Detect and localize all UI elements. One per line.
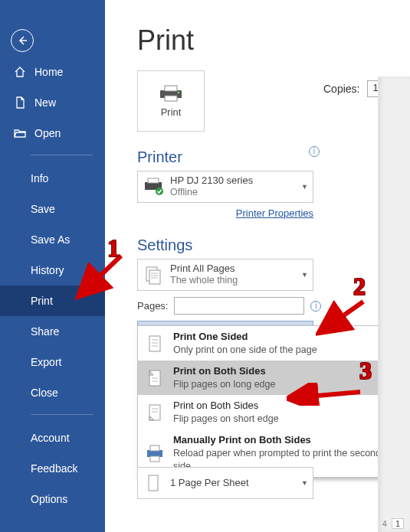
footer-num-a: 4 bbox=[382, 519, 387, 528]
svg-point-3 bbox=[178, 91, 180, 93]
page-flip-short-icon bbox=[144, 402, 166, 423]
page-title: Print bbox=[137, 24, 410, 57]
svg-rect-27 bbox=[150, 446, 159, 451]
print-range-selector[interactable]: Print All Pages The whole thing ▼ bbox=[137, 259, 313, 291]
printer-icon bbox=[158, 85, 184, 102]
page-single-icon bbox=[144, 333, 166, 354]
print-range-sub: The whole thing bbox=[170, 275, 238, 287]
printer-properties-link[interactable]: Printer Properties bbox=[236, 207, 313, 219]
svg-rect-28 bbox=[150, 456, 159, 462]
nav-divider bbox=[31, 414, 93, 415]
print-range-title: Print All Pages bbox=[170, 263, 238, 275]
svg-rect-2 bbox=[165, 96, 177, 101]
arrow-2 bbox=[316, 297, 369, 343]
nav-save-as[interactable]: Save As bbox=[0, 224, 105, 255]
callout-2: 2 bbox=[353, 273, 366, 301]
pages-input[interactable] bbox=[174, 297, 304, 315]
pages-per-sheet-selector[interactable]: 1 Page Per Sheet ▼ bbox=[137, 467, 313, 499]
nav-options[interactable]: Options bbox=[0, 484, 105, 514]
nav-export[interactable]: Export bbox=[0, 347, 105, 377]
copies-label: Copies: bbox=[323, 83, 359, 95]
nav-home[interactable]: Home bbox=[0, 57, 105, 87]
back-arrow-icon bbox=[16, 34, 28, 47]
printer-status-icon bbox=[143, 176, 164, 197]
back-button[interactable] bbox=[11, 29, 34, 52]
home-icon bbox=[14, 66, 26, 78]
main-panel: Print Print Copies: 1 ▲▼ Printer i HP DJ… bbox=[105, 0, 410, 532]
nav-divider bbox=[31, 155, 93, 155]
arrow-3 bbox=[287, 383, 363, 406]
callout-3: 3 bbox=[359, 357, 372, 385]
chevron-down-icon: ▼ bbox=[301, 271, 308, 279]
svg-rect-1 bbox=[165, 86, 177, 91]
svg-point-6 bbox=[156, 188, 163, 195]
printer-status: Offline bbox=[170, 187, 253, 199]
footer-num-b[interactable]: 1 bbox=[392, 518, 404, 529]
printer-info-icon[interactable]: i bbox=[309, 146, 320, 157]
nav-new[interactable]: New bbox=[0, 87, 105, 118]
printer-selector[interactable]: HP DJ 2130 series Offline ▼ bbox=[137, 171, 313, 203]
callout-1: 1 bbox=[107, 234, 120, 263]
nav-info[interactable]: Info bbox=[0, 163, 105, 194]
nav-open-label: Open bbox=[34, 127, 61, 139]
print-preview-gutter bbox=[378, 77, 410, 532]
nav-close[interactable]: Close bbox=[0, 377, 105, 408]
nav-account[interactable]: Account bbox=[0, 423, 105, 453]
nav-open[interactable]: Open bbox=[0, 118, 105, 149]
footer-page-nav: 4 1 bbox=[382, 518, 404, 529]
pps-label: 1 Page Per Sheet bbox=[170, 477, 249, 489]
nav-new-label: New bbox=[34, 96, 56, 109]
svg-rect-8 bbox=[149, 270, 160, 284]
printer-heading: Printer bbox=[137, 149, 182, 166]
svg-line-31 bbox=[322, 302, 363, 331]
print-button[interactable]: Print bbox=[137, 70, 205, 132]
chevron-down-icon: ▼ bbox=[301, 183, 308, 191]
svg-rect-29 bbox=[149, 475, 158, 491]
nav-feedback[interactable]: Feedback bbox=[0, 453, 105, 484]
file-icon bbox=[14, 96, 26, 109]
pages-label: Pages: bbox=[137, 300, 168, 312]
folder-open-icon bbox=[14, 127, 26, 139]
nav-home-label: Home bbox=[34, 66, 63, 78]
svg-rect-16 bbox=[149, 336, 160, 351]
pages-icon bbox=[143, 264, 164, 286]
print-button-label: Print bbox=[161, 106, 182, 118]
page-flip-long-icon bbox=[144, 367, 166, 389]
chevron-down-icon: ▼ bbox=[301, 479, 308, 487]
page-one-icon bbox=[143, 472, 164, 494]
printer-manual-icon bbox=[144, 442, 166, 464]
settings-heading: Settings bbox=[137, 237, 410, 254]
nav-save[interactable]: Save bbox=[0, 194, 105, 224]
printer-name: HP DJ 2130 series bbox=[170, 175, 253, 187]
svg-line-32 bbox=[291, 392, 360, 398]
svg-rect-5 bbox=[148, 178, 159, 183]
nav-share[interactable]: Share bbox=[0, 316, 105, 347]
